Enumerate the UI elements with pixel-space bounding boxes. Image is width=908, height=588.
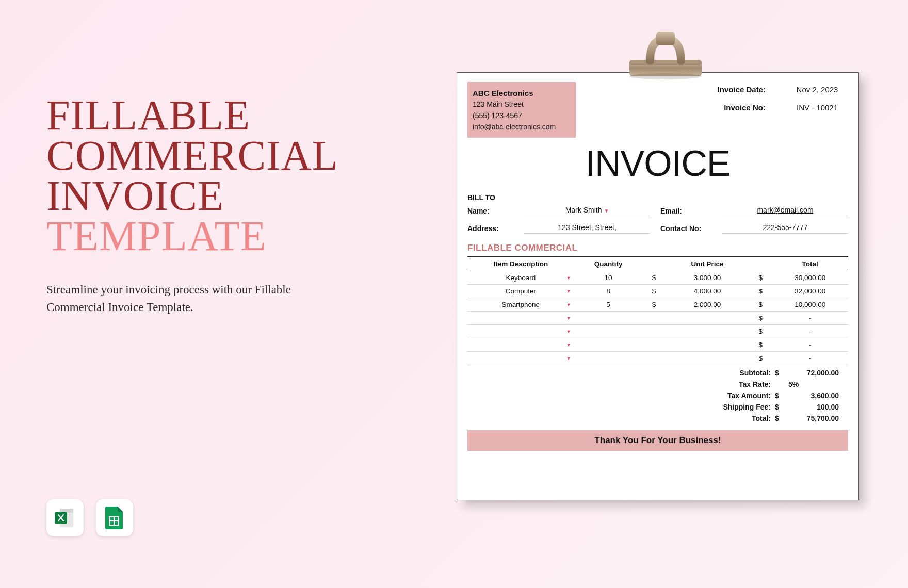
name-label: Name:	[467, 207, 524, 215]
item-total: 32,000.00	[772, 285, 848, 298]
email-label: Email:	[660, 207, 722, 215]
item-unit[interactable]	[666, 325, 749, 338]
table-row: ▼$-	[467, 338, 848, 352]
currency-symbol	[642, 312, 665, 325]
total-label: Total:	[704, 414, 771, 422]
item-total: -	[772, 352, 848, 365]
item-qty[interactable]	[574, 325, 643, 338]
item-qty[interactable]: 10	[574, 271, 643, 285]
currency-symbol: $	[749, 325, 772, 338]
company-email: info@abc-electronics.com	[473, 122, 560, 133]
table-row: Computer▼8$4,000.00$32,000.00	[467, 285, 848, 298]
currency-symbol: $	[749, 298, 772, 312]
email-field[interactable]: mark@email.com	[722, 206, 848, 216]
hero-title-line4: TEMPLATE	[46, 216, 315, 256]
table-row: Keyboard▼10$3,000.00$30,000.00	[467, 271, 848, 285]
address-field[interactable]: 123 Street, Street,	[524, 223, 650, 234]
col-qty: Quantity	[574, 257, 643, 271]
contact-field[interactable]: 222-555-7777	[722, 223, 848, 234]
chevron-down-icon: ▼	[566, 275, 571, 281]
taxrate-value: 5%	[783, 380, 845, 388]
hero-title-line2: COMMERCIAL	[46, 136, 315, 176]
item-unit[interactable]	[666, 338, 749, 352]
invoice-no-value: INV - 10021	[786, 103, 848, 112]
item-unit[interactable]: 2,000.00	[666, 298, 749, 312]
item-unit[interactable]: 4,000.00	[666, 285, 749, 298]
invoice-title: INVOICE	[467, 143, 848, 184]
name-field[interactable]: Mark Smith▼	[524, 206, 650, 216]
currency-symbol: $	[642, 271, 665, 285]
chevron-down-icon: ▼	[566, 289, 571, 294]
bill-to-label: BILL TO	[467, 193, 848, 202]
item-qty[interactable]	[574, 338, 643, 352]
currency-symbol	[642, 352, 665, 365]
currency-symbol: $	[642, 298, 665, 312]
svg-rect-8	[656, 32, 675, 45]
totals-block: Subtotal: $72,000.00 Tax Rate: 5% Tax Am…	[467, 367, 848, 424]
thank-you-banner: Thank You For Your Business!	[467, 430, 848, 451]
chevron-down-icon: ▼	[604, 208, 609, 214]
subtotal-label: Subtotal:	[704, 369, 771, 377]
item-total: -	[772, 338, 848, 352]
chevron-down-icon: ▼	[566, 356, 571, 361]
col-desc: Item Description	[467, 257, 574, 271]
currency-symbol: $	[642, 285, 665, 298]
hero-panel: FILLABLE COMMERCIAL INVOICE TEMPLATE Str…	[46, 95, 315, 317]
google-sheets-icon[interactable]	[96, 499, 133, 536]
item-qty[interactable]: 8	[574, 285, 643, 298]
item-desc[interactable]: Computer▼	[467, 285, 574, 298]
company-block: ABC Electronics 123 Main Street (555) 12…	[467, 82, 576, 138]
excel-icon[interactable]	[46, 499, 84, 536]
subtotal-value: 72,000.00	[783, 369, 845, 377]
item-total: 30,000.00	[772, 271, 848, 285]
item-qty[interactable]	[574, 312, 643, 325]
invoice-meta: Invoice Date: Nov 2, 2023 Invoice No: IN…	[704, 82, 848, 138]
section-title: FILLABLE COMMERCIAL	[467, 243, 848, 253]
chevron-down-icon: ▼	[566, 342, 571, 348]
item-unit[interactable]	[666, 352, 749, 365]
table-row: ▼$-	[467, 312, 848, 325]
line-items-table: Item Description Quantity Unit Price Tot…	[467, 256, 848, 365]
item-total: -	[772, 312, 848, 325]
taxrate-label: Tax Rate:	[704, 380, 771, 388]
currency-symbol: $	[749, 352, 772, 365]
chevron-down-icon: ▼	[566, 302, 571, 307]
item-desc[interactable]: ▼	[467, 352, 574, 365]
item-desc[interactable]: Keyboard▼	[467, 271, 574, 285]
invoice-date-value: Nov 2, 2023	[786, 85, 848, 94]
item-total: 10,000.00	[772, 298, 848, 312]
total-value: 75,700.00	[783, 414, 845, 422]
chevron-down-icon: ▼	[566, 316, 571, 321]
currency-symbol: $	[749, 285, 772, 298]
col-total: Total	[772, 257, 848, 271]
currency-symbol: $	[749, 312, 772, 325]
col-unit: Unit Price	[666, 257, 749, 271]
shipping-label: Shipping Fee:	[704, 403, 771, 411]
currency-symbol: $	[749, 338, 772, 352]
invoice-no-label: Invoice No:	[704, 103, 766, 112]
contact-label: Contact No:	[660, 224, 722, 233]
company-name: ABC Electronics	[473, 87, 560, 99]
item-desc[interactable]: Smartphone▼	[467, 298, 574, 312]
table-row: Smartphone▼5$2,000.00$10,000.00	[467, 298, 848, 312]
svg-point-9	[629, 73, 702, 79]
item-unit[interactable]	[666, 312, 749, 325]
item-unit[interactable]: 3,000.00	[666, 271, 749, 285]
address-label: Address:	[467, 224, 524, 233]
svg-rect-7	[629, 60, 702, 65]
invoice-date-label: Invoice Date:	[704, 85, 766, 94]
table-row: ▼$-	[467, 325, 848, 338]
item-desc[interactable]: ▼	[467, 312, 574, 325]
item-qty[interactable]	[574, 352, 643, 365]
currency-symbol	[642, 338, 665, 352]
item-desc[interactable]: ▼	[467, 325, 574, 338]
chevron-down-icon: ▼	[566, 329, 571, 334]
currency-symbol: $	[749, 271, 772, 285]
company-street: 123 Main Street	[473, 99, 560, 110]
app-icon-row	[46, 499, 133, 536]
hero-subtitle: Streamline your invoicing process with o…	[46, 281, 315, 317]
item-qty[interactable]: 5	[574, 298, 643, 312]
hero-title-line1: FILLABLE	[46, 95, 315, 136]
item-desc[interactable]: ▼	[467, 338, 574, 352]
hero-title-line3: INVOICE	[46, 176, 315, 216]
